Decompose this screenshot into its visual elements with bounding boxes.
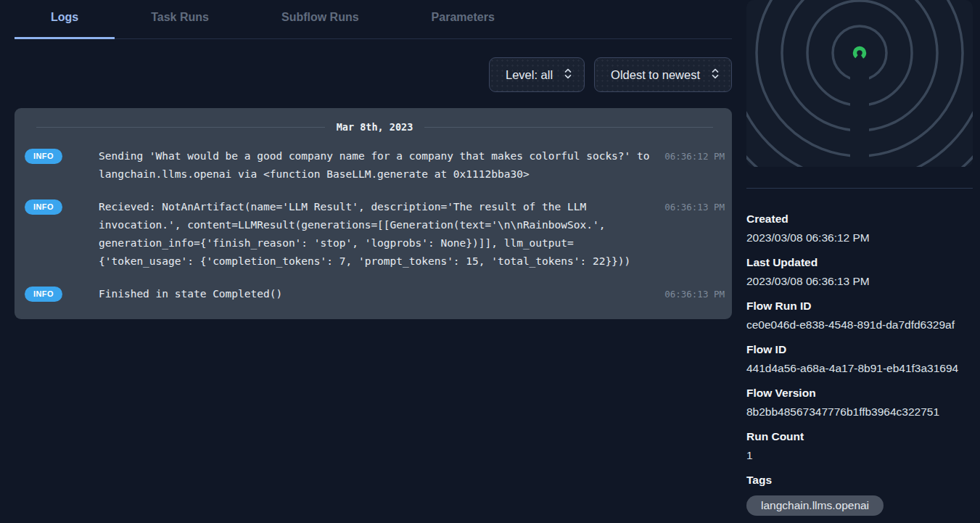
detail-label: Run Count [746,429,973,444]
tab-task-runs[interactable]: Task Runs [115,0,245,39]
log-level-select[interactable]: Level: all [489,57,585,92]
detail-label: Flow ID [746,342,973,357]
log-timestamp: 06:36:13 PM [655,285,725,300]
tab-bar: Logs Task Runs Subflow Runs Parameters [15,0,732,39]
log-date-divider: Mar 8th, 2023 [36,121,713,133]
log-level-badge: INFO [25,199,62,215]
detail-value: 441d4a56-a68a-4a17-8b91-eb41f3a31694 [746,361,973,376]
divider-line [36,127,325,128]
detail-label: Tags [746,473,973,487]
log-date-label: Mar 8th, 2023 [337,121,413,133]
chevron-updown-icon [564,67,572,83]
detail-label: Flow Run ID [746,299,973,313]
flow-run-details: Created 2023/03/08 06:36:12 PM Last Upda… [746,212,973,516]
log-level-badge: INFO [25,149,62,164]
radar-task-node-icon [855,49,865,58]
detail-label: Created [746,212,973,226]
log-message: Sending 'What would be a good company na… [99,147,655,184]
log-message: Finished in state Completed() [99,285,655,303]
log-timestamp: 06:36:13 PM [655,198,725,213]
detail-label: Last Updated [746,255,973,270]
detail-value: 1 [746,448,973,463]
detail-value: 2023/03/08 06:36:12 PM [746,231,973,245]
detail-run-count: Run Count 1 [746,429,973,463]
log-row: INFO Finished in state Completed() 06:36… [25,278,725,310]
log-sort-select-value: Oldest to newest [611,68,700,82]
flow-run-radar [746,0,973,167]
log-sort-select[interactable]: Oldest to newest [594,57,732,92]
details-sidebar: Created 2023/03/08 06:36:12 PM Last Upda… [746,0,973,523]
radar-rings-graphic [746,0,973,167]
detail-flow-version: Flow Version 8b2bb48567347776b1ffb3964c3… [746,386,973,419]
log-filters: Level: all Oldest to newest [15,57,732,92]
flow-run-page: { "tabs": [ { "label": "Logs", "active":… [0,0,980,523]
log-message: Recieved: NotAnArtifact(name='LLM Result… [99,198,655,271]
main-column: Logs Task Runs Subflow Runs Parameters L… [15,0,732,319]
detail-label: Flow Version [746,386,973,400]
sidebar-divider [746,188,973,189]
detail-value: ce0e046d-e838-4548-891d-da7dfd6329af [746,318,973,332]
detail-value: 2023/03/08 06:36:13 PM [746,274,973,289]
tab-subflow-runs[interactable]: Subflow Runs [245,0,395,39]
tag-pill[interactable]: langchain.llms.openai [746,495,884,516]
chevron-updown-icon [711,67,720,83]
log-row: INFO Recieved: NotAnArtifact(name='LLM R… [25,191,725,278]
detail-flow-id: Flow ID 441d4a56-a68a-4a17-8b91-eb41f3a3… [746,342,973,376]
divider-line [424,127,713,128]
tab-parameters[interactable]: Parameters [395,0,531,39]
log-level-badge: INFO [25,287,62,302]
detail-last-updated: Last Updated 2023/03/08 06:36:13 PM [746,255,973,289]
detail-value: 8b2bb48567347776b1ffb3964c322751 [746,405,973,419]
detail-flow-run-id: Flow Run ID ce0e046d-e838-4548-891d-da7d… [746,299,973,332]
detail-tags: Tags langchain.llms.openai [746,473,973,516]
tab-logs[interactable]: Logs [15,0,115,39]
log-timestamp: 06:36:12 PM [655,147,725,162]
log-row: INFO Sending 'What would be a good compa… [25,140,725,191]
logs-panel: Mar 8th, 2023 INFO Sending 'What would b… [15,108,732,319]
log-level-select-value: Level: all [506,68,553,82]
detail-created: Created 2023/03/08 06:36:12 PM [746,212,973,245]
